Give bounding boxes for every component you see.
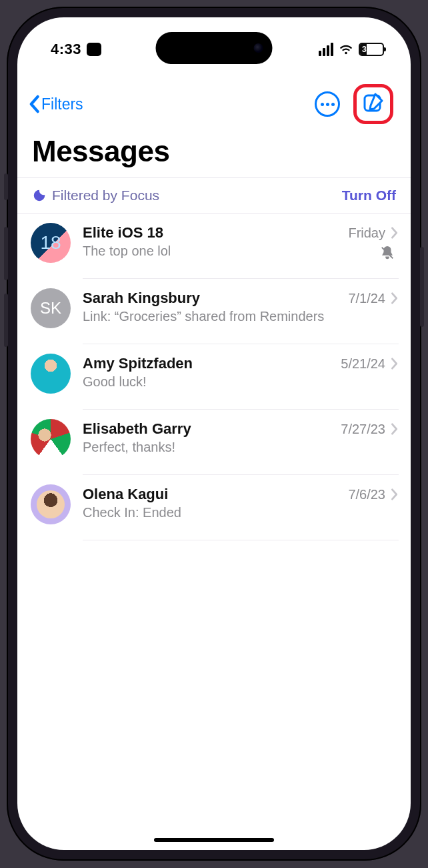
device-frame: 4:33 30 Filters xyxy=(7,7,421,861)
timestamp: 7/1/24 xyxy=(348,291,385,306)
status-left: 4:33 xyxy=(51,41,101,58)
chevron-right-icon xyxy=(391,488,399,500)
avatar xyxy=(31,354,71,394)
conversation-row[interactable]: Amy Spitzfaden 5/21/24 Good luck! xyxy=(17,344,411,410)
avatar: SK xyxy=(31,288,71,328)
chevron-right-icon xyxy=(391,227,399,239)
mute-icon xyxy=(380,246,395,260)
focus-filter-bar: Filtered by Focus Turn Off xyxy=(17,177,411,213)
focus-turn-off-button[interactable]: Turn Off xyxy=(342,187,396,203)
volume-up-button xyxy=(4,227,8,280)
status-time: 4:33 xyxy=(51,41,81,58)
cellular-icon xyxy=(319,43,333,56)
ellipsis-icon xyxy=(321,103,335,106)
moon-icon xyxy=(32,188,47,203)
avatar xyxy=(31,484,71,524)
page-title: Messages xyxy=(17,132,411,177)
compose-button[interactable] xyxy=(362,91,385,114)
message-preview: Link: “Groceries” shared from Reminders xyxy=(83,308,399,325)
wifi-icon xyxy=(339,42,353,57)
conversation-row[interactable]: Olena Kagui 7/6/23 Check In: Ended xyxy=(17,475,411,540)
power-button xyxy=(420,247,424,327)
home-indicator[interactable] xyxy=(154,838,274,842)
status-right: 30 xyxy=(319,42,384,57)
conversation-row[interactable]: Elisabeth Garry 7/27/23 Perfect, thanks! xyxy=(17,410,411,475)
focus-label: Filtered by Focus xyxy=(52,187,159,203)
contact-name: Elisabeth Garry xyxy=(83,420,191,438)
conversation-row[interactable]: SK Sarah Kingsbury 7/1/24 Link: “Groceri… xyxy=(17,279,411,344)
timestamp: 5/21/24 xyxy=(341,356,385,372)
message-preview: Check In: Ended xyxy=(83,504,399,521)
contact-name: Elite iOS 18 xyxy=(83,224,163,242)
nav-bar: Filters xyxy=(17,71,411,132)
avatar xyxy=(31,419,71,459)
battery-percent: 30 xyxy=(360,44,383,55)
contact-name: Olena Kagui xyxy=(83,486,168,503)
chevron-right-icon xyxy=(391,423,399,435)
battery-icon: 30 xyxy=(359,43,384,56)
compose-highlight xyxy=(353,84,393,124)
conversation-row[interactable]: 18 Elite iOS 18 Friday The top one lol xyxy=(17,213,411,279)
back-button[interactable]: Filters xyxy=(28,95,83,113)
avatar: 18 xyxy=(31,223,71,263)
message-preview: Good luck! xyxy=(83,374,399,390)
message-preview: The top one lol xyxy=(83,243,399,260)
chevron-left-icon xyxy=(28,95,40,113)
notification-icon xyxy=(87,43,101,56)
dynamic-island xyxy=(156,32,273,64)
contact-name: Sarah Kingsbury xyxy=(83,290,200,307)
chevron-right-icon xyxy=(391,292,399,304)
timestamp: Friday xyxy=(348,226,385,241)
screen: 4:33 30 Filters xyxy=(17,17,411,850)
silent-switch xyxy=(4,173,8,200)
back-label: Filters xyxy=(41,95,83,113)
timestamp: 7/6/23 xyxy=(348,487,385,502)
timestamp: 7/27/23 xyxy=(341,422,385,437)
conversation-list[interactable]: 18 Elite iOS 18 Friday The top one lol S… xyxy=(17,213,411,850)
more-button[interactable] xyxy=(315,91,340,117)
message-preview: Perfect, thanks! xyxy=(83,439,399,456)
volume-down-button xyxy=(4,294,8,347)
contact-name: Amy Spitzfaden xyxy=(83,355,193,372)
chevron-right-icon xyxy=(391,358,399,370)
